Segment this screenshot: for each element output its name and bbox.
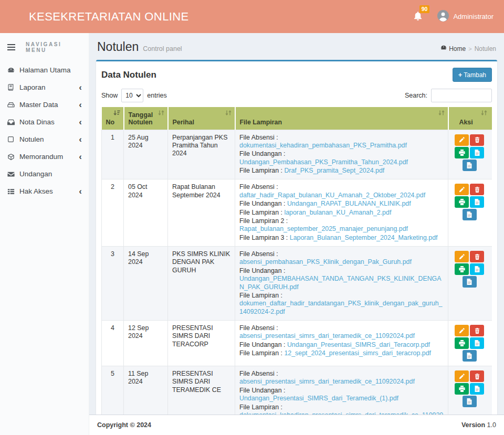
column-label: No [106,119,115,126]
file-link[interactable]: laporan_bulanan_KU_Amanah_2.pdf [284,209,391,216]
sort-desc-icon [113,110,120,117]
pdf-primary-button[interactable] [463,276,477,288]
printer-icon [459,150,465,156]
print-button[interactable] [455,263,469,275]
file-link[interactable]: absensi_pembahasan_PKS_Klinik_dengan_Pak… [239,258,412,266]
file-label: File Lampiran : [239,167,284,174]
breadcrumb-separator: > [468,46,471,52]
edit-button[interactable] [455,184,469,195]
print-button[interactable] [455,147,469,158]
pdf-info-button[interactable] [470,383,484,395]
sidebar-item-memorandum[interactable]: Memorandum‹ [0,148,89,165]
file-link[interactable]: 12_sept_2024_presentasi_simrs_dari_terac… [284,349,431,357]
delete-button[interactable] [470,134,484,146]
file-link[interactable]: dokumen_daftar_hadir_tandatangan_PKS_kli… [239,300,442,315]
edit-button[interactable] [455,134,469,146]
delete-button[interactable] [470,325,484,336]
sidebar-item-notulen[interactable]: Notulen‹ [0,131,89,148]
file-link[interactable]: Undangan_Pembahasan_PKS_Pramitha_Tahun_2… [239,158,408,166]
edit-button[interactable] [455,251,469,262]
cube-icon [7,153,19,161]
file-pdf-icon [475,340,480,346]
edit-button[interactable] [455,325,469,336]
file-line: File Lampiran : laporan_bulanan_KU_Amana… [239,209,444,217]
printer-icon [459,386,465,392]
version-label: Version [461,421,485,429]
column-header-file-lampiran[interactable]: File Lampiran [235,107,448,130]
file-link[interactable]: absensi_presentasi_simrs_dari_teramedik_… [239,378,415,385]
file-line: File Absensi : dokumentasi_kehadiran_pem… [239,134,444,150]
file-link[interactable]: Undangan_PEMBAHASAN_TANDA_TANGAN_PKS_KLI… [239,275,442,290]
breadcrumb-home-link[interactable]: Home [440,45,466,52]
chevron-left-icon: ‹ [79,83,82,92]
box-title: Data Notulen [101,70,156,80]
file-label: File Absensi : [239,183,278,190]
print-button[interactable] [455,383,469,395]
pdf-primary-button[interactable] [463,160,477,171]
file-line: File Absensi : absensi_presentasi_simrs_… [239,324,444,341]
app-window: KESEKRETARIATAN ONLINE 90 Administrator … [0,0,504,435]
file-link[interactable]: Undangan_Presentasi_SIMRS_dari_Teracorp.… [287,341,430,348]
delete-button[interactable] [470,184,484,195]
page-footer: Copyright © 2024 Version 1.0 [89,415,504,435]
pdf-info-button[interactable] [470,337,484,349]
pdf-info-button[interactable] [470,196,484,208]
add-button[interactable]: + Tambah [453,68,492,82]
sidebar-item-laporan[interactable]: Laporan‹ [0,79,89,96]
column-header-no[interactable]: No [102,107,124,130]
pencil-icon [459,254,465,260]
pdf-info-button[interactable] [470,147,484,158]
search-input[interactable] [431,89,492,102]
sidebar-item-halaman-utama[interactable]: Halaman Utama [0,61,89,79]
column-header-perihal[interactable]: Perihal [168,107,235,130]
file-link[interactable]: Undangan_RAPAT_BULANAN_KLINIK.pdf [287,200,411,207]
pdf-primary-button[interactable] [463,350,477,362]
sidebar-item-nota-dinas[interactable]: Nota Dinas‹ [0,113,89,131]
sidebar-item-master-data[interactable]: Master Data‹ [0,96,89,113]
print-button[interactable] [455,196,469,208]
hamburger-menu-icon[interactable] [7,44,15,50]
sidebar-item-hak-akses[interactable]: Hak Akses‹ [0,183,89,200]
avatar [437,10,449,23]
file-link[interactable]: Undangan_Presentasi_SIMRS_dari_Teramedik… [239,395,398,402]
sidebar-item-label: Halaman Utama [19,66,82,74]
column-header-aksi[interactable]: Aksi [448,107,492,130]
plus-icon: + [458,71,463,79]
column-header-tanggal-notulen[interactable]: Tanggal Notulen [124,107,168,130]
pencil-icon [459,137,465,143]
file-line: File Lampiran : dokumentasi_kehadiran_pr… [239,404,444,415]
file-link[interactable]: dokumentasi_kehadiran_pembahasan_PKS_Pra… [239,142,407,149]
pdf-info-button[interactable] [470,263,484,275]
delete-button[interactable] [470,251,484,262]
edit-button[interactable] [455,370,469,382]
file-link[interactable]: absensi_presentasi_simrs_dari_teramedik_… [239,332,415,339]
file-line: File Undangan : Undangan_Presentasi_SIMR… [239,387,444,403]
page-length-select[interactable]: 10 [121,89,143,102]
sidebar-item-undangan[interactable]: Undangan [0,165,89,183]
column-label: Perihal [173,119,194,126]
sidebar-header: NAVIGASI MENU [0,36,89,61]
pdf-primary-button[interactable] [463,209,477,220]
file-link[interactable]: Draf_PKS_pramita_Sept_2024.pdf [284,167,384,174]
sidebar-item-label: Nota Dinas [19,118,79,126]
cell-no: 3 [102,247,124,321]
sort-icon [438,110,445,117]
file-label: File Undangan : [239,341,287,348]
search-label: Search: [405,92,427,99]
print-button[interactable] [455,337,469,349]
delete-button[interactable] [470,370,484,382]
file-line: File Lampiran 2 : Rapat_bulanan_septembe… [239,217,444,234]
file-link[interactable]: Rapat_bulanan_september_2025_manajer_pen… [239,225,408,232]
file-label: File Lampiran : [239,292,282,299]
file-pdf-icon [475,266,480,272]
pdf-primary-button[interactable] [463,396,477,407]
user-menu[interactable]: Administrator [437,10,494,23]
sort-icon [225,110,232,117]
file-link[interactable]: Laporan_Bulanan_September_2024_Marketing… [290,234,438,241]
file-link[interactable]: daftar_hadir_Rapat_bulanan_KU_Amanah_2_O… [239,192,425,199]
file-line: File Lampiran : Draf_PKS_pramita_Sept_20… [239,167,444,175]
file-line: File Absensi : daftar_hadir_Rapat_bulana… [239,183,444,199]
file-label: File Absensi : [239,250,278,258]
sidebar-item-label: Master Data [19,101,79,109]
notifications-button[interactable]: 90 [413,11,423,23]
